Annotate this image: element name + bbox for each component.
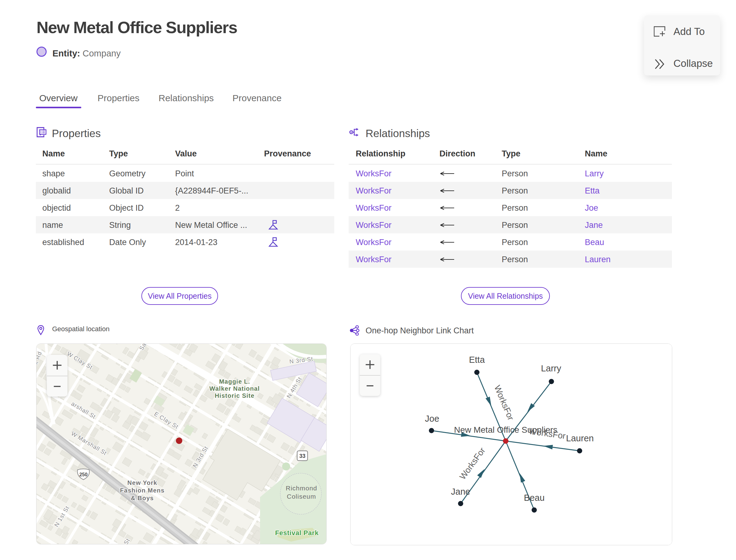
svg-text:& Boys: & Boys bbox=[131, 495, 154, 501]
svg-text:Walker National: Walker National bbox=[209, 385, 260, 392]
svg-text:Larry: Larry bbox=[541, 363, 562, 373]
svg-text:Maggie L.: Maggie L. bbox=[219, 378, 250, 385]
svg-text:Historic Site: Historic Site bbox=[215, 392, 255, 399]
svg-text:33: 33 bbox=[299, 453, 305, 459]
svg-text:Coliseum: Coliseum bbox=[287, 493, 316, 500]
svg-text:Beau: Beau bbox=[524, 493, 545, 503]
svg-text:Lauren: Lauren bbox=[566, 433, 594, 443]
svg-text:250: 250 bbox=[79, 472, 88, 477]
svg-text:Fashion Mens: Fashion Mens bbox=[120, 487, 164, 494]
svg-text:Etta: Etta bbox=[469, 355, 485, 365]
svg-text:Festival Park: Festival Park bbox=[275, 529, 319, 537]
svg-text:Jane: Jane bbox=[451, 487, 470, 497]
svg-text:Joe: Joe bbox=[425, 414, 439, 424]
svg-text:New York: New York bbox=[127, 479, 157, 486]
svg-text:Richmond: Richmond bbox=[286, 485, 317, 492]
